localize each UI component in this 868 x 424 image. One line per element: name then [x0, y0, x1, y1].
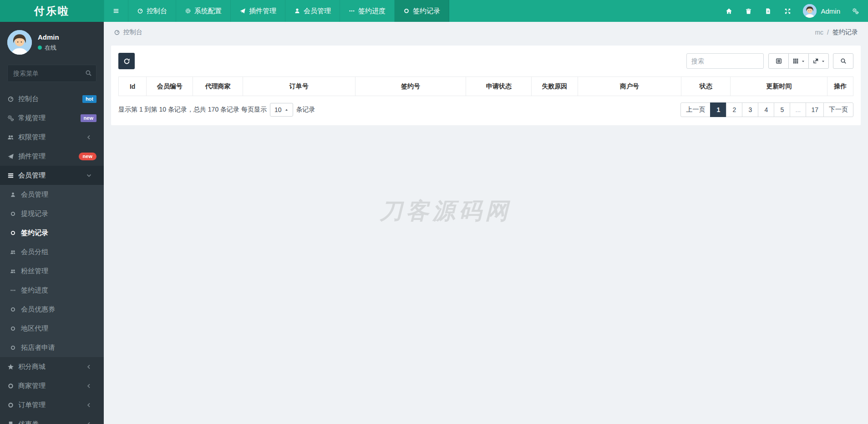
caret-up-icon	[284, 108, 289, 112]
pagination-prev[interactable]: 上一页	[680, 102, 711, 117]
sidebar-item-label: 地区代理	[21, 324, 96, 333]
sidebar-item-label: 粉丝管理	[21, 267, 96, 276]
refresh-button[interactable]	[118, 53, 135, 69]
document-icon	[765, 8, 772, 15]
top-tab-label: 系统配置	[194, 7, 222, 15]
top-tab-label: 插件管理	[249, 7, 276, 15]
ellipsis-icon	[10, 287, 21, 293]
top-tab-sign-progress[interactable]: 签约进度	[340, 0, 395, 22]
top-menu: 控制台系统配置插件管理会员管理签约进度签约记录	[104, 0, 449, 22]
column-header: 签约号	[355, 77, 466, 96]
chevron-left-icon	[86, 134, 96, 141]
sidebar-item-points-mall[interactable]: 积分商城	[0, 357, 104, 376]
avatar[interactable]	[7, 30, 32, 55]
users-icon	[10, 268, 21, 274]
top-tab-label: 签约进度	[358, 7, 386, 15]
pagination-page-5[interactable]: 5	[774, 102, 790, 117]
pagination-page-4[interactable]: 4	[758, 102, 774, 117]
sidebar-item-general-management[interactable]: 常规管理new	[0, 108, 104, 128]
column-header: 失败原因	[532, 77, 578, 96]
export-icon	[812, 58, 819, 64]
pagination-next[interactable]: 下一页	[823, 102, 853, 117]
gauge-icon	[7, 96, 18, 102]
sidebar-item-permission-management[interactable]: 权限管理	[0, 128, 104, 147]
ellipsis-icon	[349, 8, 355, 14]
sidebar-item-order-management[interactable]: 订单管理	[0, 395, 104, 414]
sidebar-item-label: 会员优惠券	[21, 305, 96, 314]
sidebar-item-sign-records[interactable]: 签约记录	[0, 223, 104, 242]
chevron-left-icon	[86, 402, 96, 409]
caret-up-icon	[284, 108, 289, 112]
sidebar-item-sign-progress[interactable]: 签约进度	[0, 281, 104, 300]
pagination-page-17[interactable]: 17	[806, 102, 824, 117]
detail-view-button[interactable]	[768, 53, 789, 69]
sidebar-item-member-management[interactable]: 会员管理	[0, 166, 104, 185]
fullscreen-icon	[784, 8, 791, 15]
table-search-input[interactable]	[686, 53, 764, 69]
columns-button[interactable]	[788, 53, 809, 69]
pagination: 上一页12345...17下一页	[680, 102, 853, 117]
summary-suffix: 条记录	[296, 106, 315, 114]
column-header: 更新时间	[731, 77, 827, 96]
avatar	[803, 4, 817, 18]
sidebar-item-plugin-management[interactable]: 插件管理new	[0, 147, 104, 166]
home-icon	[726, 8, 732, 15]
plane-icon	[7, 153, 18, 160]
pagination-ellipsis: ...	[790, 102, 806, 117]
top-tab-member-management[interactable]: 会员管理	[285, 0, 340, 22]
top-tab-dashboard[interactable]: 控制台	[128, 0, 176, 22]
sidebar-item-label: 签约记录	[21, 229, 96, 237]
gauge-icon	[137, 8, 143, 14]
sidebar-item-merchant-management[interactable]: 商家管理	[0, 376, 104, 395]
gears-icon	[7, 115, 18, 122]
home-button[interactable]	[719, 0, 739, 22]
user-panel: Admin 在线	[0, 22, 104, 60]
chevron-left-icon	[86, 383, 96, 389]
trash-button[interactable]	[739, 0, 758, 22]
column-header: 状态	[681, 77, 731, 96]
menu-search-input[interactable]	[7, 65, 96, 82]
sidebar-item-fans-management[interactable]: 粉丝管理	[0, 261, 104, 281]
top-right-actions: Admin	[719, 0, 868, 22]
top-tab-sign-records[interactable]: 签约记录	[395, 0, 449, 22]
pagination-page-1[interactable]: 1	[710, 102, 726, 117]
page-size-select[interactable]: 10	[270, 103, 293, 117]
chevron-left-icon	[86, 421, 96, 424]
watermark: 刀客源码网	[380, 196, 512, 226]
sidebar-item-label: 拓店者申请	[21, 343, 96, 352]
page-size-value: 10	[274, 106, 282, 113]
user-icon	[294, 8, 300, 14]
breadcrumb-parent[interactable]: mc	[815, 29, 823, 36]
sidebar-item-dashboard[interactable]: 控制台hot	[0, 89, 104, 108]
users-icon	[7, 134, 18, 141]
top-navbar: 付乐啦 控制台系统配置插件管理会员管理签约进度签约记录 Admin	[0, 0, 868, 22]
fullscreen-button[interactable]	[778, 0, 797, 22]
top-tab-system-config[interactable]: 系统配置	[176, 0, 231, 22]
sidebar-item-label: 会员分组	[21, 248, 96, 256]
search-button[interactable]	[833, 53, 853, 69]
sidebar-item-member-management-sub[interactable]: 会员管理	[0, 185, 104, 204]
app-logo[interactable]: 付乐啦	[0, 0, 104, 22]
pagination-page-2[interactable]: 2	[726, 102, 742, 117]
sidebar-item-shop-developer-apply[interactable]: 拓店者申请	[0, 338, 104, 357]
sidebar-item-member-groups[interactable]: 会员分组	[0, 242, 104, 261]
export-button[interactable]	[808, 53, 829, 69]
column-header: 商户号	[578, 77, 681, 96]
detail-view-icon	[776, 58, 782, 64]
top-tab-plugin-management[interactable]: 插件管理	[231, 0, 285, 22]
top-tab-sidebar-toggle[interactable]	[104, 0, 128, 22]
settings-button[interactable]	[846, 0, 865, 22]
sidebar-item-coupons[interactable]: 优惠券	[0, 414, 104, 424]
document-button[interactable]	[758, 0, 778, 22]
sidebar-item-label: 插件管理	[18, 152, 79, 161]
sign-records-table: Id会员编号代理商家订单号签约号申请状态失败原因商户号状态更新时间操作	[118, 77, 853, 96]
sidebar-item-withdraw-records[interactable]: 提现记录	[0, 204, 104, 223]
sidebar-item-region-agents[interactable]: 地区代理	[0, 319, 104, 338]
sidebar-item-member-coupons[interactable]: 会员优惠券	[0, 300, 104, 319]
column-header: 会员编号	[147, 77, 193, 96]
sidebar-item-label: 控制台	[18, 95, 82, 103]
column-header: 申请状态	[466, 77, 532, 96]
star-icon	[7, 363, 18, 370]
user-menu[interactable]: Admin	[797, 0, 846, 22]
pagination-page-3[interactable]: 3	[742, 102, 758, 117]
